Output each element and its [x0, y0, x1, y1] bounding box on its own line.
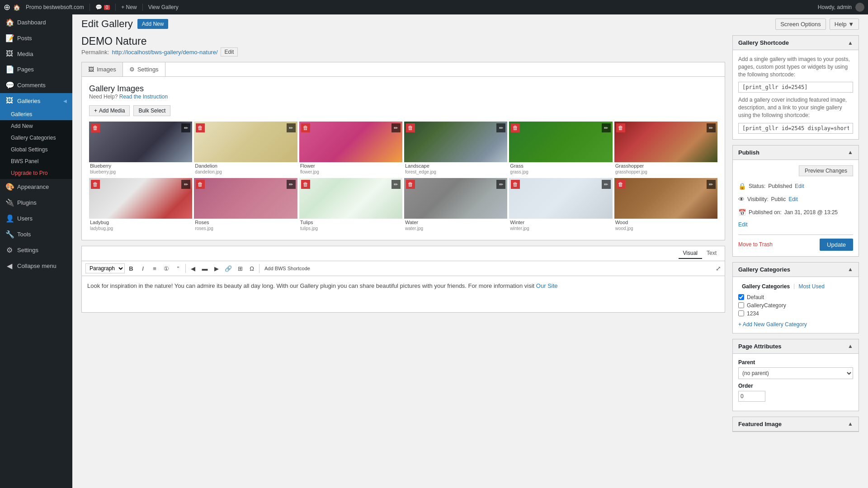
gallery-delete-button[interactable]: 🗑 [511, 123, 520, 132]
align-left-button[interactable]: ◀ [188, 263, 198, 274]
bulk-select-button[interactable]: Bulk Select [133, 105, 170, 116]
shortcode-input-2[interactable] [738, 123, 853, 134]
ordered-list-button[interactable]: ① [161, 263, 172, 274]
sidebar-item-dashboard[interactable]: 🏠Dashboard [0, 14, 72, 30]
gallery-edit-button[interactable]: ✏ [707, 123, 716, 132]
move-to-trash-link[interactable]: Move to Trash [738, 241, 773, 248]
permalink-url[interactable]: http://localhost/bws-gallery/demo-nature… [112, 49, 217, 56]
visibility-edit-link[interactable]: Edit [788, 195, 798, 205]
sidebar-item-appearance[interactable]: 🎨Appearance [0, 179, 72, 195]
shortcode-input-1[interactable] [738, 82, 853, 93]
preview-changes-button[interactable]: Preview Changes [799, 165, 853, 176]
publish-header[interactable]: Publish ▲ [733, 145, 859, 160]
gallery-edit-button[interactable]: ✏ [181, 180, 190, 189]
submenu-global-settings[interactable]: Global Settings [0, 144, 72, 155]
gallery-delete-button[interactable]: 🗑 [406, 180, 415, 189]
gallery-delete-button[interactable]: 🗑 [616, 180, 625, 189]
gallery-category-checkbox[interactable] [738, 310, 744, 316]
add-new-toolbar-item[interactable]: + New [118, 4, 140, 10]
sidebar-item-plugins[interactable]: 🔌Plugins [0, 195, 72, 211]
site-name[interactable]: Promo bestwebsoft.com [22, 4, 88, 10]
permalink-edit-button[interactable]: Edit [221, 47, 238, 56]
submenu-add-new[interactable]: Add New [0, 120, 72, 132]
submenu-gallery-categories[interactable]: Gallery Categories [0, 132, 72, 144]
special-chars-button[interactable]: Ω [246, 263, 257, 274]
gallery-edit-button[interactable]: ✏ [602, 180, 611, 189]
submenu-bws-panel[interactable]: BWS Panel [0, 155, 72, 167]
sidebar-item-pages[interactable]: 📄Pages [0, 61, 72, 77]
gallery-category-checkbox[interactable] [738, 302, 744, 308]
gc-tab-most-used[interactable]: Most Used [795, 282, 828, 291]
comments-toolbar-item[interactable]: 💬 0 [92, 4, 114, 10]
gallery-delete-button[interactable]: 🗑 [91, 123, 100, 132]
sidebar-item-tools[interactable]: 🔧Tools [0, 226, 72, 242]
italic-button[interactable]: I [137, 263, 148, 274]
collapse-page-attributes-icon[interactable]: ▲ [848, 343, 853, 349]
gallery-delete-button[interactable]: 🗑 [511, 180, 520, 189]
featured-image-header[interactable]: Featured Image ▲ [733, 417, 859, 432]
collapse-shortcode-icon[interactable]: ▲ [848, 40, 853, 46]
blockquote-button[interactable]: " [173, 263, 184, 274]
gallery-edit-button[interactable]: ✏ [602, 123, 611, 132]
sidebar-item-collapse[interactable]: ◀Collapse menu [0, 258, 72, 274]
our-site-link[interactable]: Our Site [536, 282, 558, 289]
gallery-edit-button[interactable]: ✏ [496, 180, 505, 189]
gallery-delete-button[interactable]: 🗑 [616, 123, 625, 132]
gallery-delete-button[interactable]: 🗑 [406, 123, 415, 132]
bold-button[interactable]: B [126, 263, 137, 274]
sidebar-item-posts[interactable]: 📝Posts [0, 30, 72, 46]
view-gallery-toolbar-item[interactable]: View Gallery [145, 4, 182, 10]
tab-visual[interactable]: Visual [679, 248, 702, 259]
help-button[interactable]: Help ▼ [830, 19, 859, 30]
gallery-edit-button[interactable]: ✏ [707, 180, 716, 189]
paragraph-select[interactable]: Paragraph [85, 263, 125, 273]
gallery-delete-button[interactable]: 🗑 [91, 180, 100, 189]
collapse-publish-icon[interactable]: ▲ [848, 149, 853, 155]
gallery-category-checkbox[interactable] [738, 294, 744, 300]
gallery-shortcode-header[interactable]: Gallery Shortcode ▲ [733, 36, 859, 50]
gallery-delete-button[interactable]: 🗑 [196, 123, 205, 132]
site-link[interactable]: 🏠 Promo bestwebsoft.com [13, 4, 88, 11]
table-button[interactable]: ⊞ [235, 263, 245, 274]
collapse-featured-image-icon[interactable]: ▲ [848, 421, 853, 427]
parent-select[interactable]: (no parent) [738, 367, 853, 379]
read-instruction-link[interactable]: Read the Instruction [119, 94, 168, 100]
status-edit-link[interactable]: Edit [795, 182, 804, 192]
submenu-galleries[interactable]: Galleries [0, 108, 72, 120]
gc-tab-all[interactable]: Gallery Categories [738, 282, 793, 291]
gallery-edit-button[interactable]: ✏ [392, 123, 401, 132]
editor-content-area[interactable]: Look for inspiration in the nature! You … [82, 276, 725, 312]
sidebar-item-media[interactable]: 🖼Media [0, 46, 72, 61]
tab-settings[interactable]: ⚙ Settings [123, 62, 165, 76]
sidebar-item-settings[interactable]: ⚙Settings [0, 242, 72, 258]
add-bws-shortcode-button[interactable]: Add BWS Shortcode [261, 263, 313, 274]
update-button[interactable]: Update [820, 239, 853, 251]
gallery-edit-button[interactable]: ✏ [287, 123, 296, 132]
link-button[interactable]: 🔗 [223, 263, 234, 274]
editor-expand-button[interactable]: ⤢ [716, 265, 721, 272]
gallery-delete-button[interactable]: 🗑 [301, 180, 310, 189]
collapse-gallery-categories-icon[interactable]: ▲ [848, 266, 853, 272]
sidebar-item-users[interactable]: 👤Users [0, 211, 72, 226]
sidebar-item-galleries[interactable]: 🖼Galleries◀ Galleries Add New Gallery Ca… [0, 93, 72, 179]
gallery-edit-button[interactable]: ✏ [496, 123, 505, 132]
gallery-delete-button[interactable]: 🗑 [196, 180, 205, 189]
gallery-edit-button[interactable]: ✏ [181, 123, 190, 132]
page-attributes-header[interactable]: Page Attributes ▲ [733, 339, 859, 354]
gallery-delete-button[interactable]: 🗑 [301, 123, 310, 132]
add-new-gallery-category-link[interactable]: + Add New Gallery Category [738, 321, 853, 328]
screen-options-button[interactable]: Screen Options [775, 19, 826, 30]
tab-images[interactable]: 🖼 Images [82, 62, 123, 76]
tab-text[interactable]: Text [702, 248, 721, 259]
add-media-button[interactable]: + Add Media [89, 105, 130, 116]
add-new-button[interactable]: Add New [137, 19, 169, 29]
order-input[interactable] [738, 391, 765, 402]
sidebar-item-comments[interactable]: 💬Comments [0, 77, 72, 93]
published-edit-link[interactable]: Edit [738, 221, 748, 228]
submenu-upgrade-pro[interactable]: Upgrade to Pro [0, 167, 72, 179]
gallery-categories-header[interactable]: Gallery Categories ▲ [733, 263, 859, 277]
align-right-button[interactable]: ▶ [211, 263, 222, 274]
gallery-edit-button[interactable]: ✏ [287, 180, 296, 189]
align-center-button[interactable]: ▬ [199, 263, 210, 274]
unordered-list-button[interactable]: ≡ [149, 263, 160, 274]
